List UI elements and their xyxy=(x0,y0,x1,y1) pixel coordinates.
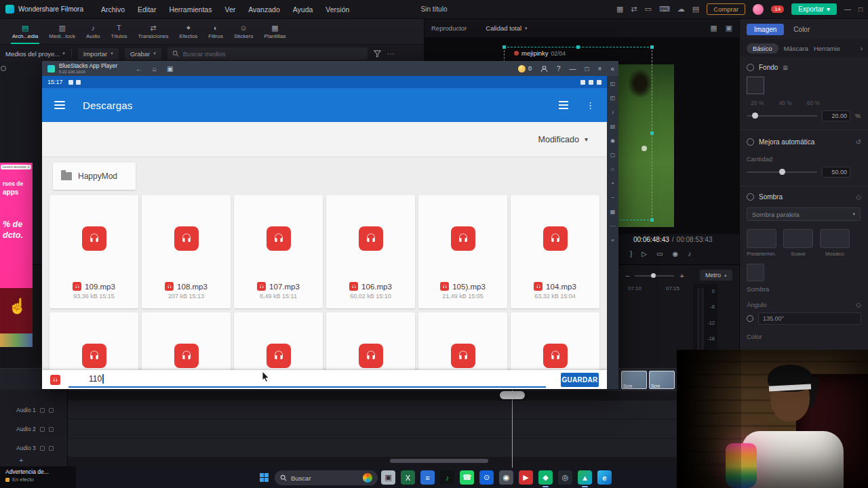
background-toggle[interactable] xyxy=(747,64,754,71)
media-search-input[interactable]: Buscar medios xyxy=(167,47,368,60)
bluestacks-titlebar[interactable]: BlueStacks App Player 5.22.100.1019 ← ⌂ … xyxy=(42,61,618,76)
snapshot-icon[interactable]: ◉ xyxy=(673,250,679,258)
background-options-icon[interactable]: ⊞ xyxy=(783,64,788,71)
hamburger-menu-icon[interactable] xyxy=(54,101,65,109)
zoom-out-icon[interactable]: − xyxy=(625,272,629,280)
file-tile[interactable] xyxy=(234,312,323,370)
folder-happymod[interactable]: HappyMod xyxy=(53,163,136,190)
subtab-basico[interactable]: Básico xyxy=(747,43,778,54)
menu-avanzado[interactable]: Avanzado xyxy=(248,5,280,14)
bs-sidebar-icon[interactable]: ▤ xyxy=(610,124,616,129)
tab-transitions[interactable]: ⇄Transiciones xyxy=(132,19,174,44)
bs-sidebar-icon[interactable]: ◰ xyxy=(610,96,616,101)
bs-sidebar-icon[interactable]: + xyxy=(611,181,614,186)
shadow-swatch[interactable] xyxy=(747,264,764,281)
reset-diamond-icon[interactable]: ◇ xyxy=(856,193,861,201)
preset-soft[interactable] xyxy=(783,229,813,248)
home-icon[interactable]: ⌂ xyxy=(153,65,157,73)
tab-stickers[interactable]: ☺Stickers xyxy=(229,19,258,44)
resize-handle[interactable] xyxy=(650,131,654,135)
mirror-icon[interactable]: ▭ xyxy=(645,5,652,13)
sync-icon[interactable]: ⇄ xyxy=(631,5,637,13)
bs-sidebar-icon[interactable]: ▢ xyxy=(610,152,616,158)
timeline-ruler[interactable]: 07:10 07:15 xyxy=(618,285,690,295)
taskbar-bluestacks-icon[interactable]: ▲ xyxy=(578,470,592,485)
tab-audio[interactable]: ♪Audio xyxy=(81,19,105,44)
tab-filters[interactable]: ◐Filtros xyxy=(203,19,229,44)
tab-imagen[interactable]: Imagen xyxy=(747,24,784,35)
library-select[interactable]: Medios del proye... ▾ xyxy=(5,50,65,58)
zoom-in-icon[interactable]: + xyxy=(679,272,684,280)
amount-value[interactable]: 50.00 xyxy=(822,167,850,178)
filter-icon[interactable] xyxy=(374,50,381,58)
audio-lane[interactable] xyxy=(68,439,739,458)
more-icon[interactable]: ⋯ xyxy=(387,50,395,58)
taskbar-excel-icon[interactable]: X xyxy=(401,470,415,485)
export-button[interactable]: Exportar ▾ xyxy=(791,3,837,15)
bs-sidebar-icon[interactable]: ▦ xyxy=(610,209,616,215)
grid-view-icon[interactable]: ▦ xyxy=(710,24,717,33)
file-tile[interactable]: 106.mp3 60,02 kB 15:10 xyxy=(326,195,415,308)
minimize-button[interactable]: — xyxy=(570,65,576,73)
minimize-button[interactable]: — xyxy=(844,5,851,13)
video-clip[interactable]: Scre xyxy=(621,371,647,389)
maximize-button[interactable]: □ xyxy=(859,5,863,13)
file-tile[interactable]: 105).mp3 21,49 kB 15:05 xyxy=(418,195,507,308)
taskbar-obs-icon[interactable]: ◎ xyxy=(558,470,572,485)
tab-stock-media[interactable]: ▥Medi...tock xyxy=(43,19,81,44)
taskbar-edge-icon[interactable]: e xyxy=(597,470,612,485)
taskbar-search[interactable]: Buscar xyxy=(275,470,378,485)
back-icon[interactable]: ← xyxy=(136,65,142,73)
bs-sidebar-icon[interactable]: − xyxy=(611,195,614,201)
resize-handle[interactable] xyxy=(502,45,506,49)
bs-sidebar-icon[interactable]: ⋯ xyxy=(610,224,616,229)
chevron-right-icon[interactable]: › xyxy=(861,45,863,52)
tab-color[interactable]: Color xyxy=(793,26,810,33)
fit-screen-icon[interactable]: ▣ xyxy=(726,24,732,33)
profile-icon[interactable] xyxy=(540,65,548,73)
track-header-audio3[interactable]: Audio 3 xyxy=(0,439,68,458)
shadow-type-select[interactable]: Sombra paralela ▾ xyxy=(747,207,861,221)
menu-archivo[interactable]: Archivo xyxy=(101,5,125,14)
record-button[interactable]: Grabar ▾ xyxy=(125,48,161,60)
zoom-slider[interactable] xyxy=(635,275,674,277)
save-button[interactable]: GUARDAR xyxy=(561,373,599,387)
tab-effects[interactable]: ✦Efectos xyxy=(174,19,203,44)
ad-header[interactable]: Gestión anuncios ✕ xyxy=(1,165,31,169)
slider-thumb[interactable] xyxy=(779,169,785,175)
file-tile[interactable] xyxy=(50,312,138,370)
list-view-icon[interactable] xyxy=(559,101,568,109)
subtab-mascara[interactable]: Máscara xyxy=(784,45,808,52)
background-thumbnail[interactable] xyxy=(747,77,764,94)
resize-handle[interactable] xyxy=(650,45,654,49)
lock-icon[interactable] xyxy=(49,446,54,451)
panel-toggle-icon[interactable] xyxy=(1,66,6,71)
menu-ayuda[interactable]: Ayuda xyxy=(293,5,313,14)
bs-sidebar-icon[interactable]: ◱ xyxy=(610,81,616,87)
file-tile[interactable]: 108.mp3 207 kB 15:13 xyxy=(142,195,231,308)
cloud-icon[interactable]: ☁ xyxy=(677,5,685,13)
bs-sidebar-icon[interactable]: ⌂ xyxy=(611,167,614,172)
angle-dial[interactable] xyxy=(747,315,753,322)
tab-media-files[interactable]: ▤Arch...edia xyxy=(7,19,43,44)
flag-icon[interactable]: ▷ xyxy=(642,250,647,258)
help-icon[interactable]: ? xyxy=(557,65,561,73)
file-tile[interactable] xyxy=(326,312,415,370)
mute-icon[interactable] xyxy=(40,446,45,451)
taskbar-spotify-icon[interactable]: ♪ xyxy=(440,470,454,485)
tab-titles[interactable]: TTítulos xyxy=(105,19,132,44)
mark-icon[interactable]: } xyxy=(630,250,632,258)
maximize-button[interactable]: □ xyxy=(585,65,589,73)
audio-icon[interactable]: ♪ xyxy=(688,250,691,258)
mute-icon[interactable] xyxy=(40,427,45,432)
collapse-sidebar-icon[interactable]: « xyxy=(610,65,614,73)
file-tile[interactable] xyxy=(511,312,599,370)
taskbar-clock-icon[interactable]: ⊙ xyxy=(479,470,494,485)
keyboard-icon[interactable]: ⌨ xyxy=(659,5,670,13)
menu-ver[interactable]: Ver xyxy=(224,5,235,14)
screen-icon[interactable]: ▭ xyxy=(656,250,663,258)
playhead-grip[interactable] xyxy=(500,391,525,399)
playhead[interactable] xyxy=(512,390,513,468)
ad-banner[interactable]: Gestión anuncios ✕ rsos de apps % de dct… xyxy=(0,163,33,347)
reset-icon[interactable]: ↺ xyxy=(856,138,861,146)
